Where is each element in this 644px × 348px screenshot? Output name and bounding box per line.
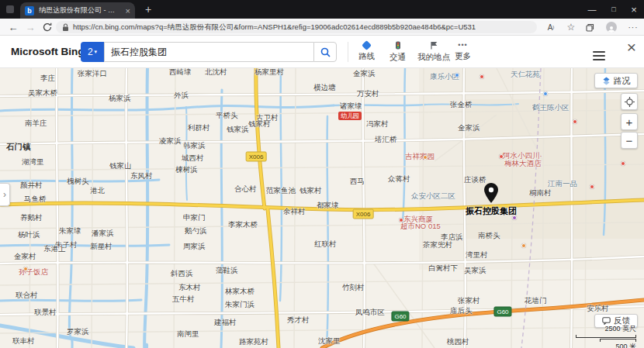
map-label: 五牛村 (172, 295, 195, 303)
collections-icon[interactable] (582, 20, 597, 34)
map-label: 诸家埭 (340, 102, 362, 110)
map-label: 建福村 (214, 319, 237, 326)
map-label: 合心村 (234, 185, 257, 193)
map-label: 林家木桥 (225, 288, 254, 295)
profile-avatar[interactable] (604, 20, 619, 34)
poi-marker[interactable] (621, 161, 625, 166)
workspace-icon[interactable] (6, 5, 14, 13)
map-label: 钱家浜 (227, 126, 249, 133)
map-scale: 2500 英尺 500 米 (556, 324, 636, 348)
refresh-icon[interactable] (40, 20, 54, 34)
road-badge: G60 (493, 307, 511, 317)
bing-logo[interactable]: Microsoft Bing (11, 46, 85, 57)
zoom-in-button[interactable]: + (621, 113, 638, 130)
new-tab-button[interactable]: + (141, 2, 155, 16)
poi-marker[interactable] (480, 74, 484, 79)
poi-marker[interactable] (499, 154, 504, 159)
map-label: 外浜 (174, 91, 189, 99)
tab-traffic[interactable]: 交通 (385, 36, 410, 68)
map-label: 石门镇 (6, 143, 31, 150)
location-pin[interactable] (484, 183, 498, 203)
map-label: 东港上 (43, 245, 66, 253)
map-label: 楝树浜 (175, 166, 198, 174)
url-text: https://cn.bing.com/maps?q=纳思达股份有限公司&for… (73, 22, 476, 33)
map-canvas[interactable]: 李庄张家洋口西崎埭北沈村杨家里村金家浜康乐小区天仁花苑吴家木桥杨家浜外浜横边塘万… (0, 68, 644, 348)
poi-marker[interactable] (573, 119, 577, 124)
poi-marker[interactable] (543, 91, 548, 96)
map-label: 杨家浜 (109, 95, 131, 102)
map-label: 联景村 (34, 308, 57, 316)
map-label: 都家埭 (317, 202, 339, 209)
map-label: 周家浜 (183, 243, 206, 250)
search-scope-dropdown[interactable]: 2▾ (81, 42, 104, 62)
window-close-button[interactable]: × (624, 0, 644, 19)
traffic-toggle-button[interactable]: 路况 (594, 73, 638, 88)
map-label: 花墙门 (525, 297, 547, 305)
poi-marker[interactable] (423, 155, 428, 160)
zoom-out-button[interactable]: − (621, 132, 638, 149)
poi-marker[interactable] (399, 218, 403, 222)
map-label: 鹅勺浜 (185, 227, 207, 235)
menu-hamburger-icon[interactable] (593, 51, 605, 60)
search-button[interactable] (313, 42, 337, 62)
browser-toolbar: ← → https://cn.bing.com/maps?q=纳思达股份有限公司… (0, 19, 644, 36)
panel-expand-button[interactable]: › (0, 183, 10, 206)
traffic-light-icon (395, 41, 401, 50)
map-label: 金家浜 (458, 124, 480, 132)
tab-directions[interactable]: 路线 (354, 36, 379, 68)
map-label: 路家苑村 (239, 338, 268, 346)
map-label: 余祥村 (283, 208, 306, 215)
tab-my-places[interactable]: 我的地点 (413, 36, 455, 68)
map-label: 范家鱼池 (266, 187, 296, 195)
map-label: 众安小区二区 (411, 192, 455, 200)
map-label: 秀才村 (287, 316, 310, 324)
address-bar[interactable]: https://cn.bing.com/maps?q=纳思达股份有限公司&for… (56, 21, 537, 33)
pin-label: 振石控股集团 (460, 205, 522, 217)
map-label: 梅林大酒店 (504, 160, 542, 167)
window-maximize-button[interactable]: □ (604, 0, 624, 19)
poi-marker[interactable] (521, 243, 526, 248)
maps-header: Microsoft Bing 2▾ 路线 交通 我的地点 ••• 更多 × (0, 36, 644, 68)
map-label: 南闸里 (177, 330, 199, 338)
map-label: 张金桥 (450, 101, 473, 109)
tab-more[interactable]: ••• 更多 (450, 36, 476, 68)
directions-icon (362, 40, 372, 50)
scale-metric-label: 500 米 (556, 342, 636, 348)
favorites-star-icon[interactable]: ☆ (563, 20, 579, 34)
map-label: 吴家木桥 (28, 89, 57, 97)
search-icon (320, 47, 331, 57)
browser-tab[interactable]: b 纳思达股份有限公司 - 搜索 × (20, 2, 135, 19)
map-label: 白篱村下 (428, 264, 458, 272)
poi-marker[interactable] (590, 184, 594, 189)
map-label: 朱家埭 (59, 227, 81, 235)
browser-window: b 纳思达股份有限公司 - 搜索 × + — □ × ← → https://c… (0, 0, 644, 348)
map-label: 竹刻村 (342, 284, 365, 291)
map-labels: 李庄张家洋口西崎埭北沈村杨家里村金家浜康乐小区天仁花苑吴家木桥杨家浜外浜横边塘万… (0, 68, 644, 348)
map-label: 庙后头 (450, 307, 473, 315)
road-badge: X006 (246, 152, 267, 162)
maps-close-icon[interactable]: × (627, 37, 636, 57)
map-label: 新星村 (90, 243, 113, 250)
forward-icon[interactable]: → (23, 20, 37, 34)
poi-marker[interactable] (455, 73, 459, 78)
read-aloud-icon[interactable]: A) (543, 20, 559, 34)
map-label: 李庄 (40, 74, 55, 82)
settings-more-icon[interactable]: ··· (625, 20, 641, 34)
map-label: 沈家里 (318, 337, 341, 345)
window-minimize-button[interactable]: — (582, 0, 602, 19)
back-icon[interactable]: ← (6, 20, 20, 34)
map-label: 江南一品 (548, 180, 577, 188)
tab-close-icon[interactable]: × (126, 6, 130, 16)
search-input[interactable] (104, 42, 313, 62)
map-label: 横边塘 (313, 84, 336, 91)
map-label: 万安村 (357, 90, 379, 98)
map-label: 李店浜 (441, 233, 463, 241)
title-bar: b 纳思达股份有限公司 - 搜索 × + — □ × (0, 0, 644, 19)
poi-marker[interactable] (23, 267, 28, 271)
map-label: 联丰村 (12, 337, 35, 345)
map-label: 众蒋村 (388, 175, 410, 183)
map-label: 养鹅村 (20, 214, 43, 222)
map-label: 超市NO 015 (400, 222, 441, 230)
map-label: 张家洋口 (78, 70, 107, 78)
locate-me-button[interactable] (621, 93, 638, 110)
